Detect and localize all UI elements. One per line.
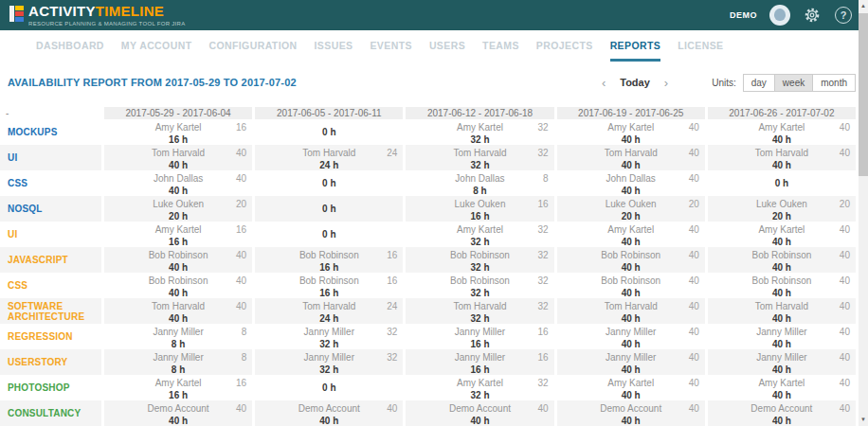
hours-total: 40 h [557,158,705,170]
availability-cell: Tom Harvald4040 h [557,298,705,324]
person-name: Amy Kartel [758,122,805,133]
brand-logo[interactable]: ACTIVITYTIMELINE RESOURCE PLANNING & MAN… [9,4,186,27]
tab-teams[interactable]: TEAMS [482,30,519,62]
row-label-mockups[interactable]: MOCKUPS [0,119,101,145]
tab-my-account[interactable]: MY ACCOUNT [121,30,192,62]
scrollbar-up-arrow[interactable]: ▲ [859,0,868,12]
row-label-javascript[interactable]: JAVASCRIPT [0,247,101,273]
tab-users[interactable]: USERS [429,30,465,62]
brand-subtitle: RESOURCE PLANNING & MANAGING TOOL FOR JI… [28,21,186,27]
availability-cell: Janny Miller88 h [104,324,252,349]
hours-total: 40 h [557,311,705,324]
tab-projects[interactable]: PROJECTS [536,30,593,62]
hours-total: 40 h [708,337,856,349]
availability-cell: Tom Harvald4040 h [104,298,252,324]
available-value: 40 [689,301,699,311]
availability-cell: Janny Miller3232 h [255,349,403,375]
row-label-ui[interactable]: UI [0,145,101,170]
availability-cell: Janny Miller88 h [104,349,252,375]
person-name: Bob Robinson [751,275,811,286]
availability-cell: Amy Kartel4040 h [557,375,705,400]
available-value: 20 [236,199,246,209]
tab-configuration[interactable]: CONFIGURATION [208,30,297,62]
hours-total: 8 h [406,184,553,196]
availability-cell: Amy Kartel3232 h [406,222,553,247]
available-value: 32 [537,378,548,388]
availability-cell: Demo Account4040 h [406,400,553,426]
row-label-css[interactable]: CSS [0,273,101,298]
user-name-label: DEMO [730,10,757,20]
tab-events[interactable]: EVENTS [370,30,411,62]
help-button[interactable]: ? [834,6,853,25]
availability-cell: 0 h [255,170,403,196]
person-name: Bob Robinson [601,250,660,260]
person-name: Tom Harvald [453,301,506,311]
unit-month-button[interactable]: month [812,74,856,92]
availability-cell: Bob Robinson3232 h [406,273,553,298]
availability-cell: Bob Robinson4040 h [104,247,252,273]
scrollbar-down-arrow[interactable]: ▼ [859,414,868,426]
available-value: 40 [236,301,246,311]
availability-cell: Demo Account4040 h [708,400,856,426]
available-value: 40 [236,148,246,158]
availability-cell: Tom Harvald4040 h [708,145,856,170]
person-name: Tom Harvald [605,301,658,311]
hours-total: 0 h [322,204,335,214]
person-name: Amy Kartel [607,122,654,133]
today-button[interactable]: Today [620,77,650,88]
hours-total: 32 h [406,311,553,324]
availability-cell: Bob Robinson4040 h [557,247,705,273]
hours-total: 32 h [406,260,553,273]
hours-total: 16 h [406,209,553,222]
row-label-photoshop[interactable]: PHOTOSHOP [0,375,101,400]
person-name: Amy Kartel [607,224,654,235]
hours-total: 32 h [406,158,553,170]
unit-week-button[interactable]: week [774,74,813,92]
available-value: 32 [537,148,548,158]
availability-cell: 0 h [255,119,403,145]
person-name: Janny Miller [304,352,354,363]
row-label-nosql[interactable]: NOSQL [0,196,101,222]
unit-day-button[interactable]: day [743,74,775,92]
hours-total: 40 h [104,414,252,426]
availability-cell: Amy Kartel1616 h [104,222,252,247]
available-value: 40 [537,403,548,414]
hours-total: 40 h [104,184,252,196]
user-avatar[interactable] [769,5,790,26]
available-value: 40 [840,403,850,414]
row-label-consultancy[interactable]: CONSULTANCY [0,400,101,426]
available-value: 40 [689,173,699,184]
settings-button[interactable] [803,6,822,25]
units-label: Units: [712,78,736,88]
hours-total: 40 h [557,414,705,426]
hours-total: 20 h [557,209,705,222]
chevron-left-icon[interactable]: ‹ [602,77,606,89]
available-value: 8 [543,173,549,184]
row-label-software-architecture[interactable]: SOFTWARE ARCHITECTURE [0,298,101,324]
available-value: 20 [840,199,850,209]
row-label-ui[interactable]: UI [0,222,101,247]
row-label-regression[interactable]: REGRESSION [0,324,101,349]
tab-reports[interactable]: REPORTS [610,30,661,62]
available-value: 16 [537,352,548,363]
hours-total: 20 h [708,209,856,222]
person-name: Luke Ouken [606,199,657,209]
vertical-scrollbar[interactable]: ▲ ▼ [859,0,868,426]
person-name: Tom Harvald [755,148,808,158]
person-name: Amy Kartel [457,122,503,133]
row-label-css[interactable]: CSS [0,170,101,196]
availability-cell: 0 h [708,170,856,196]
hours-total: 16 h [104,235,252,247]
available-value: 40 [236,173,246,184]
availability-cell: Amy Kartel3232 h [406,375,553,400]
person-name: Demo Account [449,403,511,414]
tab-license[interactable]: LICENSE [678,30,723,62]
units-control: Units: dayweekmonth [712,74,856,92]
chevron-right-icon[interactable]: › [664,77,668,89]
tab-issues[interactable]: ISSUES [315,30,353,62]
tab-dashboard[interactable]: DASHBOARD [36,30,104,62]
row-label-userstory[interactable]: USERSTORY [0,349,101,375]
hours-total: 40 h [557,363,705,375]
hours-total: 40 h [708,158,856,170]
scrollbar-thumb[interactable] [859,13,868,176]
